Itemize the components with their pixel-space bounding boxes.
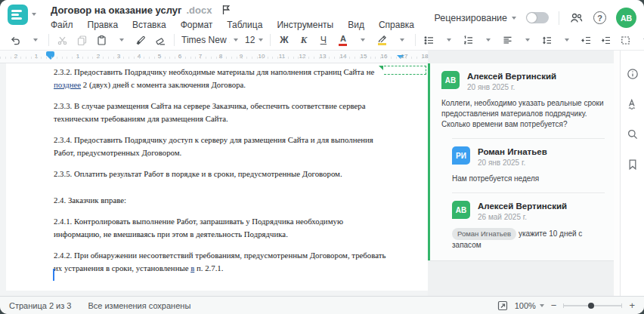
comment-avatar: РИ bbox=[452, 146, 470, 165]
align-button[interactable] bbox=[498, 32, 517, 48]
font-size-select[interactable]: 12 bbox=[242, 32, 266, 48]
comment-author: Роман Игнатьев bbox=[478, 146, 547, 156]
ruler-number: 2 bbox=[14, 53, 17, 60]
text-line: 2.4. Заказчик вправе: bbox=[54, 194, 417, 207]
info-icon[interactable] bbox=[627, 68, 639, 80]
numbered-list-dropdown[interactable] bbox=[478, 32, 497, 48]
paragraph[interactable]: 2.4.1. Контролировать выполнение Работ, … bbox=[54, 215, 417, 241]
mention-chip[interactable]: Роман Игнатьев bbox=[452, 228, 516, 240]
text-line: позднее 2 (двух) дней с момента заключен… bbox=[54, 78, 417, 91]
align-dropdown[interactable] bbox=[518, 32, 537, 48]
paragraph[interactable]: 2.3.3. В случае размещения Сайта на серв… bbox=[54, 100, 417, 125]
bullet-list-button[interactable] bbox=[420, 32, 438, 48]
italic-button[interactable]: K bbox=[294, 32, 313, 48]
highlight-button[interactable] bbox=[373, 32, 392, 48]
text-run: информацию, не вмешиваясь при этом в дея… bbox=[54, 229, 288, 239]
line-spacing-button[interactable] bbox=[537, 32, 556, 48]
collaboration-icon[interactable] bbox=[569, 12, 584, 23]
bullet-list-dropdown[interactable] bbox=[439, 32, 458, 48]
comment-0[interactable]: АВАлексей Вертинский20 янв 2025 г.Коллег… bbox=[441, 71, 605, 130]
zoom-in-button[interactable]: + bbox=[629, 302, 635, 309]
document-text[interactable]: 2.3.2. Предоставить Подрядчику необходим… bbox=[6, 63, 428, 275]
ruler-number: 12 bbox=[299, 53, 306, 60]
menu-item-3[interactable]: Формат bbox=[181, 20, 213, 30]
comment-1[interactable]: РИРоман Игнатьев20 янв 2025 г.Нам потреб… bbox=[452, 138, 605, 184]
spellcheck-icon[interactable] bbox=[627, 98, 639, 110]
text-line: 2.3.5. Оплатить результат Работ в порядк… bbox=[54, 168, 417, 180]
cut-button[interactable] bbox=[53, 32, 72, 48]
zoom-select[interactable]: 100% bbox=[515, 301, 544, 310]
comment-date: 20 янв 2025 г. bbox=[467, 83, 556, 91]
divider bbox=[270, 34, 271, 46]
menu-item-0[interactable]: Файл bbox=[51, 20, 73, 30]
review-mode-dropdown[interactable]: Рецензирование bbox=[434, 13, 516, 23]
menu-item-7[interactable]: Справка bbox=[379, 20, 414, 30]
review-mode-label: Рецензирование bbox=[434, 13, 507, 23]
paragraph[interactable]: 2.4.2. При обнаружении несоответствий тр… bbox=[54, 249, 417, 275]
document-page[interactable]: 2.3.2. Предоставить Подрядчику необходим… bbox=[6, 63, 428, 291]
format-painter-button[interactable] bbox=[132, 32, 150, 48]
clear-format-button[interactable] bbox=[151, 32, 170, 48]
comment-thread[interactable]: АВАлексей Вертинский20 янв 2025 г.Коллег… bbox=[428, 63, 614, 261]
bookmark-icon[interactable] bbox=[627, 159, 639, 171]
text-line: 2.3.4. Предоставить Подрядчику доступ к … bbox=[54, 134, 417, 146]
highlight-dropdown[interactable] bbox=[392, 32, 411, 48]
menu-item-5[interactable]: Инструменты bbox=[277, 20, 333, 30]
copy-button[interactable] bbox=[73, 32, 91, 48]
bold-button[interactable]: Ж bbox=[274, 32, 293, 48]
menu-item-2[interactable]: Вставка bbox=[132, 20, 166, 30]
text-line: 2.3.2. Предоставить Подрядчику необходим… bbox=[54, 66, 417, 78]
fit-width-icon[interactable] bbox=[497, 300, 508, 311]
comment-2[interactable]: АВАлексей Вертинский26 май 2025 г.Роман … bbox=[452, 192, 605, 251]
comment-date: 26 май 2025 г. bbox=[478, 213, 567, 221]
paste-button[interactable] bbox=[92, 32, 111, 48]
help-icon[interactable]: ? bbox=[593, 11, 606, 24]
paragraph[interactable]: 2.3.5. Оплатить результат Работ в порядк… bbox=[54, 168, 417, 180]
save-status: Все изменения сохранены bbox=[88, 301, 190, 310]
indent-marker-left[interactable] bbox=[46, 51, 54, 60]
ruler-number: 6 bbox=[178, 53, 181, 60]
frame-dropdown[interactable] bbox=[636, 32, 644, 48]
comment-meta: Роман Игнатьев20 янв 2025 г. bbox=[478, 146, 547, 167]
zoom-slider-handle[interactable] bbox=[588, 303, 594, 309]
numbered-list-button[interactable] bbox=[459, 32, 478, 48]
header: Договор на оказание услуг.docx ФайлПравк… bbox=[0, 0, 644, 30]
decrease-indent-button[interactable] bbox=[577, 32, 596, 48]
comment-meta: Алексей Вертинский20 янв 2025 г. bbox=[467, 71, 556, 91]
chevron-down-icon[interactable] bbox=[32, 13, 36, 16]
toolbar: Times New ... 12 Ж K Ч А ¶ Обычный ⋯ bbox=[0, 30, 644, 51]
underline-button[interactable]: Ч bbox=[314, 32, 333, 48]
document-canvas: 2.3.2. Предоставить Подрядчику необходим… bbox=[0, 63, 428, 296]
review-toggle[interactable] bbox=[526, 12, 549, 23]
paste-dropdown[interactable] bbox=[112, 32, 131, 48]
font-family-select[interactable]: Times New ... bbox=[178, 32, 241, 48]
zoom-slider[interactable] bbox=[563, 305, 622, 306]
paragraph[interactable]: 2.4. Заказчик вправе: bbox=[54, 194, 417, 207]
line-spacing-dropdown[interactable] bbox=[557, 32, 576, 48]
increase-indent-button[interactable] bbox=[596, 32, 615, 48]
font-size-value: 12 bbox=[245, 35, 255, 45]
zoom-out-button[interactable]: − bbox=[551, 302, 557, 309]
ruler-number: 11 bbox=[279, 53, 285, 60]
user-avatar[interactable]: АВ bbox=[616, 8, 636, 28]
scrollbar-track[interactable] bbox=[614, 51, 620, 296]
frame-button[interactable] bbox=[616, 32, 635, 48]
paragraph[interactable]: 2.3.4. Предоставить Подрядчику доступ к … bbox=[54, 134, 417, 159]
flag-icon[interactable] bbox=[222, 5, 230, 15]
comments-panel: АВАлексей Вертинский20 янв 2025 г.Коллег… bbox=[428, 51, 614, 296]
menu-item-4[interactable]: Таблица bbox=[227, 20, 262, 30]
undo-dropdown[interactable] bbox=[26, 32, 45, 48]
comment-header: АВАлексей Вертинский20 янв 2025 г. bbox=[441, 71, 605, 91]
undo-button[interactable] bbox=[6, 32, 25, 48]
ruler[interactable]: 21123456789101112131415161718 bbox=[0, 51, 428, 63]
search-icon[interactable] bbox=[627, 128, 639, 140]
text-run: п. 2.7.1. bbox=[194, 263, 223, 272]
ruler-number: 18 bbox=[422, 53, 429, 60]
page-indicator[interactable]: Страница 2 из 3 bbox=[9, 301, 71, 310]
app-menu-button[interactable] bbox=[8, 5, 28, 25]
font-color-button[interactable]: А bbox=[333, 32, 352, 48]
paragraph[interactable]: 2.3.2. Предоставить Подрядчику необходим… bbox=[54, 66, 417, 91]
font-color-dropdown[interactable] bbox=[353, 32, 372, 48]
menu-item-6[interactable]: Вид bbox=[348, 20, 364, 30]
menu-item-1[interactable]: Правка bbox=[88, 20, 119, 30]
